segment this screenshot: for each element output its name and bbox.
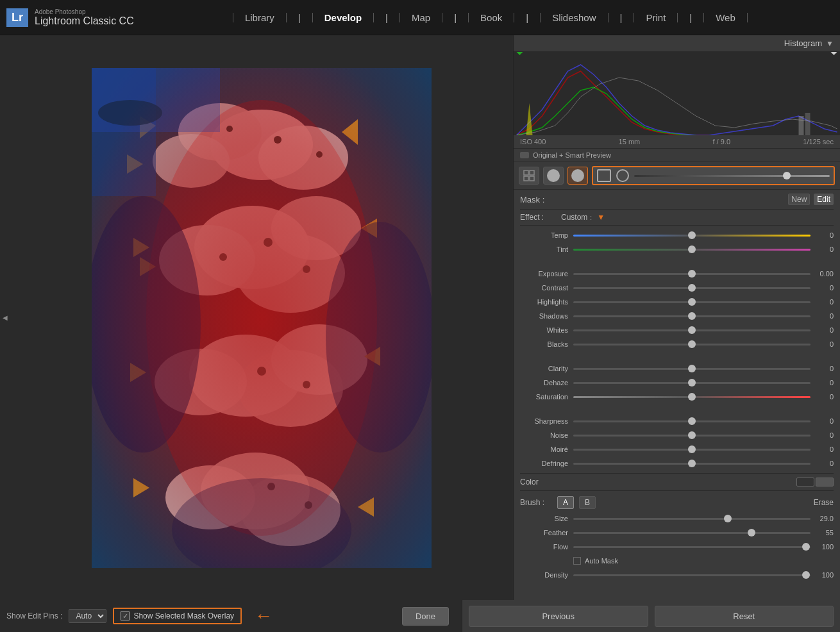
tint-slider[interactable] <box>573 244 811 254</box>
color-label: Color <box>520 478 539 486</box>
iso-info: ISO 400 <box>520 138 546 146</box>
moire-value: 0 <box>814 445 834 453</box>
effect-dropdown[interactable]: Custom : ▼ <box>559 213 605 222</box>
previous-button[interactable]: Previous <box>469 606 648 627</box>
aperture-info: f / 9.0 <box>712 138 730 146</box>
smart-preview-icon <box>520 152 529 158</box>
clarity-slider[interactable] <box>573 363 811 374</box>
dehaze-slider-row: Dehaze 0 <box>520 376 834 390</box>
color-swatches[interactable] <box>796 478 834 486</box>
saturation-slider[interactable] <box>573 392 811 402</box>
crop-tool-btn[interactable] <box>543 167 564 185</box>
nav-web[interactable]: Web <box>704 13 748 22</box>
main-nav: Library | Develop | Map | Book | Slidesh… <box>147 13 834 22</box>
reset-button[interactable]: Reset <box>655 606 834 627</box>
nav-separator-3: | <box>442 13 469 22</box>
mask-header: Mask : New Edit <box>520 190 834 210</box>
mask-opacity-slider[interactable] <box>634 175 830 177</box>
new-mask-btn[interactable]: New <box>788 194 810 205</box>
blacks-slider[interactable] <box>573 339 811 349</box>
saturation-slider-row: Saturation 0 <box>520 390 834 404</box>
nav-library[interactable]: Library <box>233 13 287 22</box>
highlights-slider-row: Highlights 0 <box>520 295 834 309</box>
temp-slider[interactable] <box>573 230 811 240</box>
edit-mask-btn[interactable]: Edit <box>814 194 834 205</box>
brush-section: Brush : A B Erase Size 29.0 <box>520 491 834 585</box>
bottom-right: Previous Reset <box>462 600 840 632</box>
exposure-label: Exposure <box>520 270 568 278</box>
mask-tool-container[interactable] <box>592 166 835 185</box>
histogram-header: Histogram ▼ <box>514 35 840 52</box>
brush-header: Brush : A B Erase <box>520 494 834 511</box>
whites-label: Whites <box>520 326 568 334</box>
whites-slider[interactable] <box>573 325 811 335</box>
overlay-checkbox-container[interactable]: ✓ Show Selected Mask Overlay <box>113 608 242 624</box>
moire-slider-row: Moiré 0 <box>520 442 834 456</box>
exposure-slider[interactable] <box>573 269 811 279</box>
effect-dropdown-arrow[interactable]: ▼ <box>597 213 605 222</box>
tint-value: 0 <box>814 245 834 253</box>
contrast-value: 0 <box>814 284 834 292</box>
nav-slideshow[interactable]: Slideshow <box>541 13 608 22</box>
right-panel: Histogram ▼ <box>513 35 840 600</box>
size-slider[interactable] <box>573 513 811 524</box>
blacks-slider-row: Blacks 0 <box>520 337 834 351</box>
overlay-label: Show Selected Mask Overlay <box>133 611 234 620</box>
shadows-value: 0 <box>814 312 834 320</box>
flow-label: Flow <box>520 543 568 551</box>
noise-slider[interactable] <box>573 430 811 440</box>
overlay-checkbox[interactable]: ✓ <box>121 611 130 620</box>
nav-develop[interactable]: Develop <box>313 13 374 22</box>
nav-book[interactable]: Book <box>469 13 514 22</box>
density-slider[interactable] <box>573 570 811 580</box>
exposure-slider-row: Exposure 0.00 <box>520 267 834 281</box>
auto-mask-checkbox[interactable] <box>573 557 581 565</box>
whites-slider-row: Whites 0 <box>520 323 834 337</box>
brush-erase-label[interactable]: Erase <box>814 498 834 507</box>
flow-slider[interactable] <box>573 542 811 552</box>
auto-mask-checkbox-container: Auto Mask <box>573 557 618 565</box>
edit-pins-label: Show Edit Pins : <box>6 611 62 620</box>
arrow-indicator: ← <box>255 606 273 626</box>
app-name: Lightroom Classic CC <box>35 15 134 27</box>
highlights-label: Highlights <box>520 298 568 306</box>
done-button[interactable]: Done <box>402 607 449 626</box>
histogram-dropdown-icon[interactable]: ▼ <box>826 39 834 48</box>
feather-label: Feather <box>520 529 568 536</box>
histogram-title[interactable]: Histogram <box>784 38 822 48</box>
photo <box>92 68 432 568</box>
saturation-value: 0 <box>814 393 834 401</box>
feather-slider[interactable] <box>573 528 811 538</box>
nav-print[interactable]: Print <box>634 13 678 22</box>
brush-b-btn[interactable]: B <box>579 496 596 509</box>
left-panel-toggle[interactable]: ◀ <box>0 35 10 600</box>
svg-rect-52 <box>524 176 528 181</box>
density-value: 100 <box>814 571 834 579</box>
auto-mask-row: Auto Mask <box>520 554 834 568</box>
edit-pins-select[interactable]: Auto <box>69 609 106 623</box>
effect-row: Effect : Custom : ▼ <box>520 210 834 226</box>
svg-rect-47 <box>805 113 811 135</box>
mask-label: Mask : <box>520 195 544 204</box>
defringe-slider[interactable] <box>573 458 811 469</box>
dehaze-value: 0 <box>814 379 834 387</box>
grid-tool-btn[interactable] <box>519 167 539 185</box>
brush-a-btn[interactable]: A <box>557 496 574 509</box>
active-circle-icon <box>571 169 584 182</box>
moire-slider[interactable] <box>573 444 811 454</box>
active-tool-btn[interactable] <box>567 167 588 185</box>
clarity-value: 0 <box>814 365 834 372</box>
svg-rect-50 <box>524 170 528 175</box>
moire-label: Moiré <box>520 445 568 453</box>
lr-badge: Lr <box>6 8 28 27</box>
sharpness-slider[interactable] <box>573 416 811 426</box>
shadows-slider[interactable] <box>573 311 811 321</box>
left-arrow-icon: ◀ <box>3 314 8 321</box>
exposure-value: 0.00 <box>814 270 834 278</box>
dehaze-slider[interactable] <box>573 378 811 388</box>
noise-label: Noise <box>520 431 568 439</box>
mask-overlay <box>92 68 432 568</box>
nav-map[interactable]: Map <box>400 13 442 22</box>
contrast-slider[interactable] <box>573 283 811 293</box>
highlights-slider[interactable] <box>573 297 811 307</box>
